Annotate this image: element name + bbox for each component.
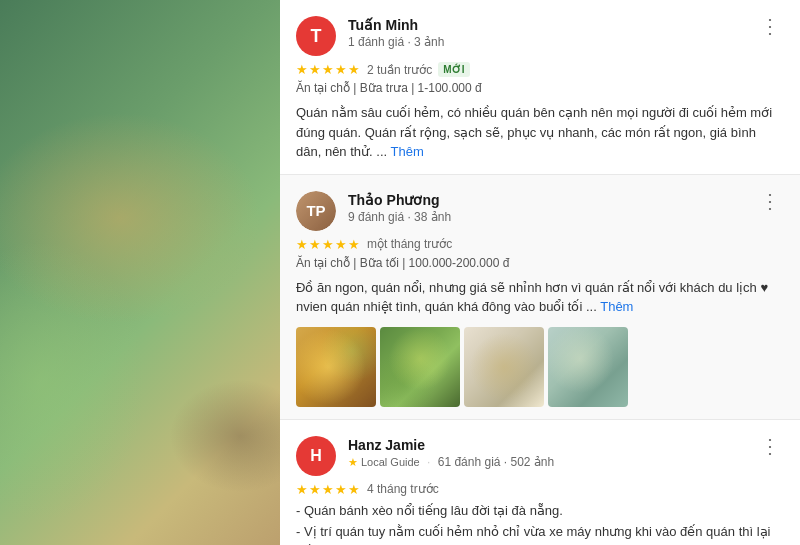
stars-3: ★★★★★ [296,482,361,497]
reviewer-stats-3: ★ Local Guide · 61 đánh giá · 502 ảnh [348,455,744,469]
review-header-2: TP Thảo Phương 9 đánh giá · 38 ảnh ⋮ [296,191,784,231]
avatar-2: TP [296,191,336,231]
reviewer-name-2: Thảo Phương [348,191,744,209]
reviewer-info-1: Tuấn Minh 1 đánh giá · 3 ảnh [348,16,744,49]
avatar-3: H [296,436,336,476]
local-guide-badge: ★ Local Guide [348,456,420,469]
review-image-4[interactable] [548,327,628,407]
review-header-3: H Hanz Jamie ★ Local Guide · 61 đánh giá… [296,436,784,476]
review-images-2 [296,327,784,407]
reviewer-info-2: Thảo Phương 9 đánh giá · 38 ảnh [348,191,744,224]
more-options-2[interactable]: ⋮ [756,191,784,211]
stars-2: ★★★★★ [296,237,361,252]
reviewer-stats-2: 9 đánh giá · 38 ảnh [348,210,744,224]
reviewer-stats-1: 1 đánh giá · 3 ảnh [348,35,744,49]
time-2: một tháng trước [367,237,452,251]
review-text-3: - Quán bánh xèo nổi tiếng lâu đời tại đà… [296,501,784,546]
review-card-3: H Hanz Jamie ★ Local Guide · 61 đánh giá… [280,420,800,546]
tags-1: Ăn tại chỗ | Bữa trưa | 1-100.000 đ [296,81,784,95]
stars-1: ★★★★★ [296,62,361,77]
stars-row-3: ★★★★★ 4 tháng trước [296,482,784,497]
new-badge-1: MỚI [438,62,470,77]
review-image-3[interactable] [464,327,544,407]
reviewer-info-3: Hanz Jamie ★ Local Guide · 61 đánh giá ·… [348,436,744,469]
review-card-2: TP Thảo Phương 9 đánh giá · 38 ảnh ⋮ ★★★… [280,175,800,420]
local-guide-icon: ★ [348,456,358,469]
tags-2: Ăn tại chỗ | Bữa tối | 100.000-200.000 đ [296,256,784,270]
see-more-2[interactable]: Thêm [600,299,633,314]
review-image-2[interactable] [380,327,460,407]
review-text-1: Quán nằm sâu cuối hẻm, có nhiều quán bên… [296,103,784,162]
more-options-3[interactable]: ⋮ [756,436,784,456]
stars-row-1: ★★★★★ 2 tuần trước MỚI [296,62,784,77]
see-more-1[interactable]: Thêm [391,144,424,159]
reviewer-name-3: Hanz Jamie [348,436,744,454]
time-1: 2 tuần trước [367,63,432,77]
review-image-1[interactable] [296,327,376,407]
avatar-1: T [296,16,336,56]
review-card-1: T Tuấn Minh 1 đánh giá · 3 ảnh ⋮ ★★★★★ 2… [280,0,800,175]
reviewer-name-1: Tuấn Minh [348,16,744,34]
review-header-1: T Tuấn Minh 1 đánh giá · 3 ảnh ⋮ [296,16,784,56]
review-text-2: Đồ ăn ngon, quán nổi, nhưng giá sẽ nhỉnh… [296,278,784,317]
more-options-1[interactable]: ⋮ [756,16,784,36]
time-3: 4 tháng trước [367,482,439,496]
reviews-panel: T Tuấn Minh 1 đánh giá · 3 ảnh ⋮ ★★★★★ 2… [280,0,800,545]
stars-row-2: ★★★★★ một tháng trước [296,237,784,252]
